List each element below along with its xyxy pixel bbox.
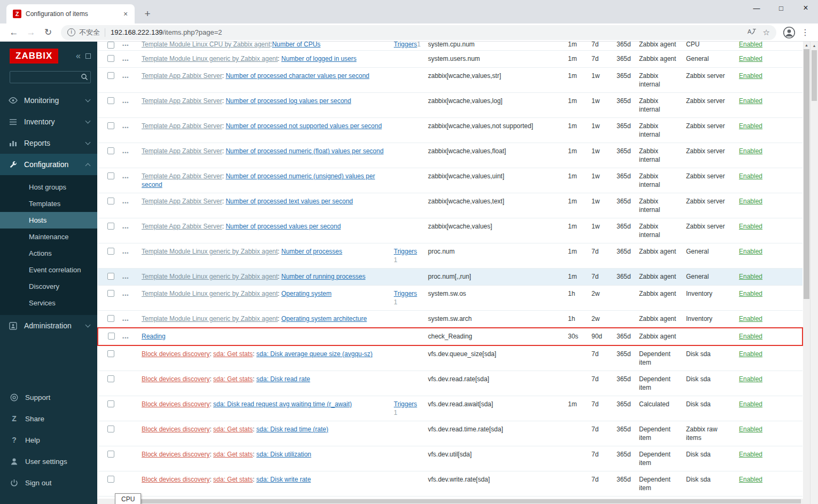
status-link[interactable]: Enabled	[739, 400, 762, 408]
row-checkbox[interactable]	[107, 451, 114, 458]
context-menu-icon[interactable]: •••	[122, 100, 129, 105]
discovery-rule-link[interactable]: sda: Get stats	[213, 476, 253, 483]
item-name-link[interactable]: Number of processed numeric (float) valu…	[225, 147, 383, 155]
discovery-rule-link[interactable]: Block devices discovery	[142, 350, 209, 358]
status-link[interactable]: Enabled	[739, 248, 762, 255]
status-link[interactable]: Enabled	[739, 350, 762, 358]
row-checkbox[interactable]	[107, 315, 114, 322]
status-link[interactable]: Enabled	[739, 315, 762, 322]
template-link[interactable]: Template App Zabbix Server	[142, 223, 222, 230]
row-checkbox[interactable]	[107, 248, 114, 255]
context-menu-icon[interactable]: •••	[122, 275, 129, 281]
item-name-link[interactable]: Number of logged in users	[282, 55, 357, 62]
status-link[interactable]: Enabled	[739, 333, 762, 340]
template-link[interactable]: Template App Zabbix Server	[142, 172, 222, 180]
sidebar-item-share[interactable]: Z Share	[0, 408, 97, 429]
status-link[interactable]: Enabled	[739, 97, 762, 105]
scrollbar-thumb[interactable]	[804, 49, 809, 299]
scroll-up-icon[interactable]: ▲	[811, 42, 818, 50]
row-checkbox[interactable]	[107, 122, 114, 129]
sidebar-item-inventory[interactable]: Inventory	[0, 111, 97, 132]
context-menu-icon[interactable]: •••	[122, 58, 129, 63]
status-link[interactable]: Enabled	[739, 426, 762, 433]
browser-tab[interactable]: Z Configuration of items ×	[6, 4, 135, 23]
sidebar-item-services[interactable]: Services	[0, 295, 97, 311]
status-link[interactable]: Enabled	[739, 290, 762, 297]
sidebar-item-templates[interactable]: Templates	[0, 195, 97, 212]
template-link[interactable]: Template App Zabbix Server	[142, 147, 222, 155]
address-bar[interactable]: i 不安全 192.168.222.139/items.php?page=2 A…	[61, 25, 776, 40]
item-name-link[interactable]: Number of CPUs	[272, 42, 321, 49]
status-link[interactable]: Enabled	[739, 147, 762, 155]
back-button[interactable]: ←	[5, 25, 22, 40]
row-checkbox[interactable]	[107, 55, 114, 62]
context-menu-icon[interactable]: •••	[122, 175, 129, 180]
discovery-rule-link[interactable]: Block devices discovery	[142, 375, 209, 383]
window-vertical-scrollbar[interactable]: ▲	[810, 42, 818, 504]
scrollbar-thumb[interactable]	[812, 50, 817, 101]
sidebar-item-administration[interactable]: Administration	[0, 315, 97, 336]
item-name-link[interactable]: Number of running processes	[282, 273, 365, 280]
status-link[interactable]: Enabled	[739, 198, 762, 205]
zabbix-logo[interactable]: ZABBIX	[10, 49, 58, 64]
content-horizontal-scrollbar[interactable]	[97, 499, 803, 504]
status-link[interactable]: Enabled	[739, 223, 762, 230]
row-checkbox[interactable]	[107, 290, 114, 297]
template-link[interactable]: Template Module Linux generic by Zabbix …	[142, 290, 278, 297]
template-link[interactable]: Template App Zabbix Server	[142, 72, 222, 80]
status-link[interactable]: Enabled	[739, 172, 762, 180]
status-link[interactable]: Enabled	[739, 476, 762, 483]
profile-avatar[interactable]	[783, 26, 796, 39]
item-name-link[interactable]: Reading	[142, 333, 166, 340]
discovery-rule-link[interactable]: Block devices discovery	[142, 426, 209, 433]
triggers-link[interactable]: Triggers	[394, 42, 417, 49]
item-name-link[interactable]: sda: Disk read time (rate)	[256, 426, 329, 433]
template-link[interactable]: Template Module Linux generic by Zabbix …	[142, 315, 278, 322]
discovery-rule-link[interactable]: Block devices discovery	[142, 400, 209, 408]
scroll-up-icon[interactable]: ▲	[803, 42, 810, 49]
item-name-link[interactable]: sda: Disk read rate	[256, 375, 310, 383]
sidebar-item-user-settings[interactable]: User settings	[0, 451, 97, 472]
fullscreen-icon[interactable]	[85, 53, 91, 59]
sidebar-item-event-correlation[interactable]: Event correlation	[0, 262, 97, 278]
discovery-rule-link[interactable]: sda: Get stats	[213, 350, 253, 358]
context-menu-icon[interactable]: •••	[122, 150, 129, 155]
forward-button[interactable]: →	[22, 25, 40, 40]
template-link[interactable]: Template Module Linux generic by Zabbix …	[142, 55, 278, 62]
triggers-link[interactable]: Triggers	[394, 248, 417, 255]
content-vertical-scrollbar[interactable]: ▲	[803, 42, 810, 499]
sidebar-item-sign-out[interactable]: Sign out	[0, 472, 97, 493]
row-checkbox[interactable]	[107, 400, 114, 407]
item-name-link[interactable]: Operating system architecture	[282, 315, 367, 322]
row-checkbox[interactable]	[107, 172, 114, 179]
context-menu-icon[interactable]: •••	[122, 335, 129, 341]
browser-menu-icon[interactable]: ⋮	[801, 27, 809, 37]
sidebar-item-support[interactable]: Support	[0, 387, 97, 408]
context-menu-icon[interactable]: •••	[122, 225, 129, 231]
sidebar-item-hosts[interactable]: Hosts	[0, 212, 97, 229]
search-icon[interactable]	[81, 73, 88, 83]
discovery-rule-link[interactable]: sda: Get stats	[213, 426, 253, 433]
row-checkbox[interactable]	[107, 476, 114, 483]
sidebar-item-discovery[interactable]: Discovery	[0, 278, 97, 295]
template-link[interactable]: Template App Zabbix Server	[142, 198, 222, 205]
item-name-link[interactable]: sda: Disk write rate	[256, 476, 311, 483]
status-link[interactable]: Enabled	[739, 451, 762, 458]
status-link[interactable]: Enabled	[739, 375, 762, 383]
template-link[interactable]: Template App Zabbix Server	[142, 122, 222, 130]
status-link[interactable]: Enabled	[739, 72, 762, 80]
row-checkbox[interactable]	[107, 147, 114, 154]
sidebar-item-actions[interactable]: Actions	[0, 245, 97, 262]
item-name-link[interactable]: Number of processed character values per…	[225, 72, 369, 80]
context-menu-icon[interactable]: •••	[122, 125, 129, 130]
item-name-link[interactable]: sda: Disk average queue size (avgqu-sz)	[256, 350, 372, 358]
context-menu-icon[interactable]: •••	[122, 75, 129, 80]
row-checkbox[interactable]	[107, 375, 114, 382]
row-checkbox[interactable]	[107, 426, 114, 432]
template-link[interactable]: Template Module Linux generic by Zabbix …	[142, 273, 278, 280]
bookmark-star-icon[interactable]: ☆	[763, 28, 770, 37]
row-checkbox[interactable]	[107, 350, 114, 357]
item-name-link[interactable]: Number of processed not supported values…	[225, 122, 381, 130]
sidebar-item-monitoring[interactable]: Monitoring	[0, 90, 97, 111]
discovery-rule-link[interactable]: sda: Get stats	[213, 451, 253, 458]
